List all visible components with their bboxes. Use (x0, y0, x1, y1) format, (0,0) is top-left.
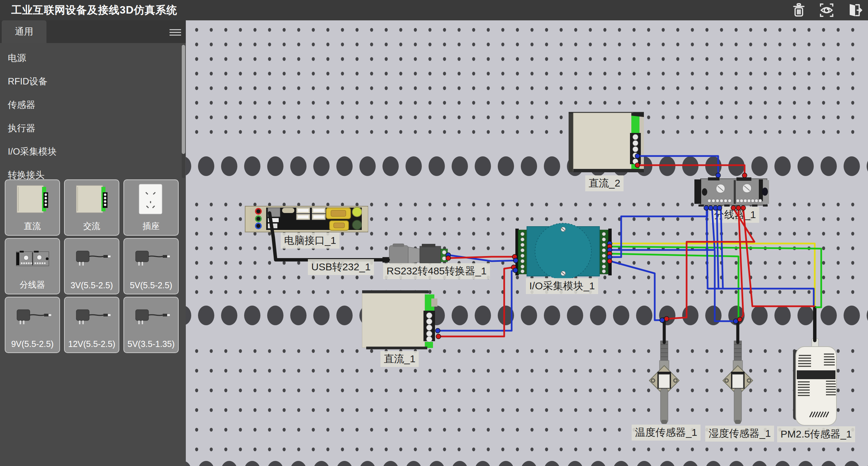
menu-item-rfid[interactable]: RFID设备 (0, 70, 186, 93)
peg-hole (662, 86, 665, 90)
menu-item-actuator[interactable]: 执行器 (0, 117, 186, 140)
component-tile-dc-1[interactable]: 交流 (64, 179, 119, 236)
peg-hole (254, 349, 257, 353)
device-dc-power-2[interactable] (569, 112, 644, 172)
peg-hole (720, 448, 723, 451)
peg-hole (414, 101, 417, 105)
peg-hole (720, 28, 723, 32)
component-tile-dc-0[interactable]: 直流 (5, 179, 60, 236)
peg-hole (764, 130, 767, 134)
peg-hole (633, 72, 636, 76)
peg-hole (195, 101, 198, 105)
peg-hole (297, 428, 300, 432)
peg-hole (618, 232, 621, 236)
component-tile-adapter-8[interactable]: 5V(3.5-1.35) (123, 297, 179, 353)
peg-hole-large (429, 156, 445, 176)
peg-hole (487, 57, 490, 61)
device-splitter[interactable] (694, 177, 769, 207)
device-computer-interface[interactable] (245, 206, 368, 232)
peg-hole (239, 232, 242, 236)
component-tile-socket-2[interactable]: 插座 (123, 179, 179, 236)
peg-hole (516, 43, 519, 46)
peg-hole (224, 57, 228, 61)
menu-icon[interactable] (170, 29, 181, 36)
scrollbar-thumb[interactable] (182, 45, 185, 154)
peg-hole-large (313, 306, 330, 325)
peg-hole (254, 290, 257, 294)
view-button[interactable] (817, 1, 836, 19)
peg-hole (851, 290, 854, 294)
delete-button[interactable] (789, 1, 808, 19)
peg-hole (604, 28, 607, 32)
component-tile-adapter-4[interactable]: 3V(5.5-2.5) (64, 238, 119, 294)
peg-hole (574, 72, 577, 76)
peg-hole (691, 116, 694, 119)
peg-hole (691, 290, 694, 294)
component-tile-splitter-3[interactable]: 分线器 (5, 238, 60, 294)
peg-hole-large (682, 156, 698, 176)
peg-hole (851, 349, 854, 353)
peg-hole (793, 57, 796, 61)
peg-hole (268, 116, 271, 119)
peg-hole (837, 86, 840, 90)
peg-hole (327, 72, 330, 76)
peg-hole-large (521, 461, 537, 466)
component-tile-adapter-6[interactable]: 9V(5.5-2.5) (5, 297, 60, 353)
device-rs232-to-485-converter[interactable] (420, 244, 448, 263)
peg-hole (210, 43, 213, 46)
peg-hole (501, 232, 505, 236)
peg-hole (210, 448, 213, 451)
component-tile-adapter-5[interactable]: 5V(5.5-2.5) (123, 238, 179, 294)
peg-hole (297, 101, 300, 105)
peg-hole (647, 232, 650, 236)
peg-hole (254, 72, 257, 76)
peg-hole (443, 101, 446, 105)
peg-hole (195, 247, 198, 250)
peg-hole (370, 276, 373, 279)
peg-hole (385, 130, 388, 134)
peg-hole (501, 217, 505, 221)
peg-hole (254, 261, 257, 265)
device-io-module[interactable] (515, 223, 612, 279)
peg-hole (443, 86, 446, 90)
device-pm25-sensor[interactable] (793, 338, 836, 425)
peg-hole (414, 43, 417, 46)
peg-hole (604, 43, 607, 46)
peg-hole (195, 261, 198, 265)
peg-hole (327, 290, 330, 294)
peg-hole (764, 349, 767, 353)
peg-hole (720, 247, 723, 250)
peg-hole (822, 43, 825, 46)
exit-button[interactable] (845, 1, 864, 19)
peg-hole (195, 369, 198, 373)
label-rs232-485: RS232转485转换器_1 (383, 263, 490, 279)
peg-hole (254, 203, 257, 207)
peg-hole (224, 101, 228, 105)
menu-item-sensor[interactable]: 传感器 (0, 93, 186, 117)
peg-hole (822, 72, 825, 76)
peg-hole-large (774, 461, 791, 466)
peg-hole (808, 217, 811, 221)
peg-hole (851, 57, 854, 61)
tile-image-adapter (72, 301, 112, 333)
device-dc-power-1[interactable] (362, 290, 437, 349)
peg-hole (268, 57, 271, 61)
tab-general[interactable]: 通用 (2, 20, 46, 43)
component-tile-adapter-7[interactable]: 12V(5.5-2.5) (64, 297, 119, 353)
peg-hole (210, 349, 213, 353)
peg-hole (195, 130, 198, 134)
peg-hole (312, 369, 315, 373)
peg-hole (647, 101, 650, 105)
menu-item-io-module[interactable]: I/O采集模块 (0, 140, 186, 163)
peg-hole (239, 247, 242, 250)
peg-hole (458, 101, 461, 105)
tile-image-splitter (12, 242, 53, 275)
peg-hole (399, 130, 402, 134)
peg-hole (531, 57, 534, 61)
device-temperature-sensor[interactable] (649, 341, 679, 424)
peg-hole (837, 276, 840, 279)
peg-hole (458, 428, 461, 432)
menu-item-power[interactable]: 电源 (0, 46, 186, 70)
device-humidity-sensor[interactable] (723, 341, 753, 424)
peg-hole-large (290, 461, 307, 466)
